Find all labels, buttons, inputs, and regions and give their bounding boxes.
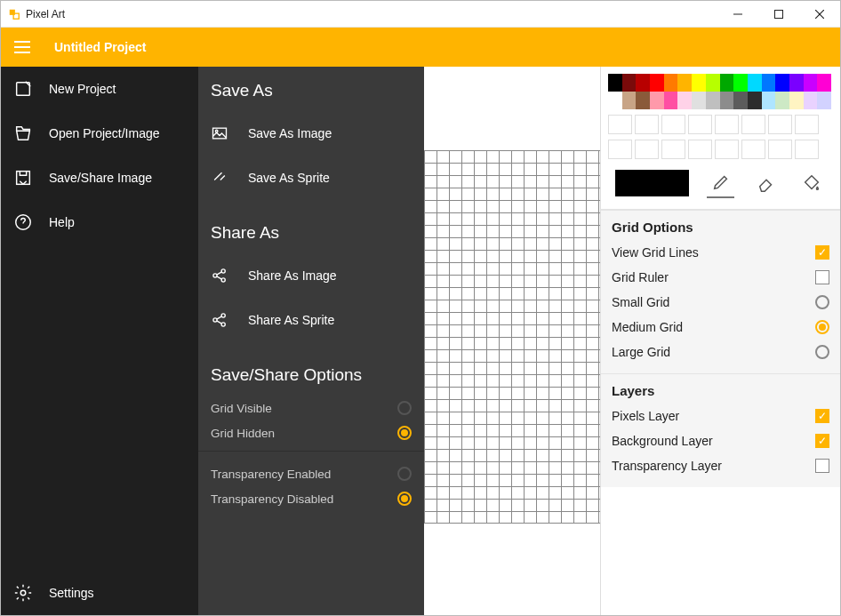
option-transparency-disabled[interactable]: Transparency Disabled xyxy=(198,486,424,511)
layer-transparency-layer[interactable]: Transparency Layer xyxy=(612,453,829,478)
hamburger-icon xyxy=(14,46,30,48)
palette-swatch[interactable] xyxy=(762,74,776,92)
view-grid-lines-toggle[interactable]: View Grid Lines ✓ xyxy=(612,240,829,265)
svg-point-11 xyxy=(215,130,218,132)
palette-swatch[interactable] xyxy=(636,92,650,109)
custom-swatch[interactable] xyxy=(715,115,739,134)
custom-swatch[interactable] xyxy=(661,115,685,134)
save-as-heading: Save As xyxy=(198,67,424,111)
palette-swatch[interactable] xyxy=(789,92,804,109)
palette-swatch[interactable] xyxy=(706,74,720,92)
palette-swatch[interactable] xyxy=(636,74,650,92)
save-as-image[interactable]: Save As Image xyxy=(198,111,424,156)
palette-swatch[interactable] xyxy=(664,74,678,92)
palette-swatch[interactable] xyxy=(650,74,664,92)
palette-swatch[interactable] xyxy=(608,92,622,109)
canvas-area[interactable] xyxy=(424,67,600,615)
sidebar-item-new-project[interactable]: New Project xyxy=(1,67,198,111)
share-icon xyxy=(211,311,228,329)
sidebar-item-label: New Project xyxy=(49,82,116,96)
palette-swatch[interactable] xyxy=(748,92,762,109)
custom-swatch[interactable] xyxy=(768,140,792,159)
menu-button[interactable] xyxy=(1,28,44,67)
palette-swatch[interactable] xyxy=(775,74,789,92)
custom-swatch[interactable] xyxy=(688,140,712,159)
layer-background-layer[interactable]: Background Layer✓ xyxy=(612,428,829,453)
pencil-tool[interactable] xyxy=(707,168,734,198)
save-as-sprite[interactable]: Save As Sprite xyxy=(198,156,424,200)
palette-swatch[interactable] xyxy=(664,92,678,109)
custom-swatch[interactable] xyxy=(795,115,819,134)
custom-swatch[interactable] xyxy=(635,115,659,134)
grid-options-section: Grid Options View Grid Lines ✓ Grid Rule… xyxy=(601,210,840,373)
palette-swatch[interactable] xyxy=(692,92,706,109)
palette-swatch[interactable] xyxy=(804,74,818,92)
custom-swatch[interactable] xyxy=(661,140,685,159)
palette-swatch[interactable] xyxy=(706,92,720,109)
palette-swatch[interactable] xyxy=(720,92,734,109)
grid-options-heading: Grid Options xyxy=(612,220,829,235)
palette-swatch[interactable] xyxy=(720,74,734,92)
sidebar-item-settings[interactable]: Settings xyxy=(1,571,198,615)
palette-swatch[interactable] xyxy=(748,74,762,92)
image-icon xyxy=(211,124,228,142)
grid-ruler-toggle[interactable]: Grid Ruler xyxy=(612,265,829,290)
palette-swatch[interactable] xyxy=(677,74,692,92)
palette-swatch[interactable] xyxy=(804,92,818,109)
palette-swatch[interactable] xyxy=(677,92,692,109)
layers-heading: Layers xyxy=(612,383,829,398)
grid-size-medium-grid[interactable]: Medium Grid xyxy=(612,315,829,340)
sidebar-item-help[interactable]: Help xyxy=(1,200,198,244)
palette-swatch[interactable] xyxy=(733,92,748,109)
palette-swatch[interactable] xyxy=(817,92,831,109)
share-as-heading: Share As xyxy=(198,209,424,253)
sidebar-item-label: Open Project/Image xyxy=(49,126,160,140)
custom-swatch[interactable] xyxy=(795,140,819,159)
layer-pixels-layer[interactable]: Pixels Layer✓ xyxy=(612,404,829,428)
custom-swatch[interactable] xyxy=(608,140,632,159)
option-transparency-enabled[interactable]: Transparency Enabled xyxy=(198,461,424,486)
app-icon xyxy=(8,8,20,20)
option-grid-visible[interactable]: Grid Visible xyxy=(198,396,424,420)
fill-tool[interactable] xyxy=(798,168,826,198)
sidebar-item-open-project[interactable]: Open Project/Image xyxy=(1,111,198,156)
grid-size-small-grid[interactable]: Small Grid xyxy=(612,290,829,315)
option-label: Transparency Enabled xyxy=(211,468,331,481)
checkbox-icon: ✓ xyxy=(815,434,829,448)
grid-size-large-grid[interactable]: Large Grid xyxy=(612,340,829,364)
option-label: Large Grid xyxy=(612,345,670,359)
palette-swatch[interactable] xyxy=(608,74,622,92)
sidebar-item-save-share[interactable]: Save/Share Image xyxy=(1,156,198,200)
option-grid-hidden[interactable]: Grid Hidden xyxy=(198,420,424,445)
current-color-swatch[interactable] xyxy=(615,170,689,196)
palette-swatch[interactable] xyxy=(622,74,637,92)
palette-swatch[interactable] xyxy=(789,74,804,92)
share-as-image[interactable]: Share As Image xyxy=(198,253,424,298)
option-label: Background Layer xyxy=(612,434,713,448)
pixel-grid[interactable] xyxy=(424,150,600,524)
custom-swatch[interactable] xyxy=(688,115,712,134)
share-as-sprite[interactable]: Share As Sprite xyxy=(198,298,424,342)
radio-icon xyxy=(815,320,829,334)
custom-swatch[interactable] xyxy=(768,115,792,134)
palette-swatch[interactable] xyxy=(817,74,831,92)
svg-point-9 xyxy=(20,590,26,596)
palette-swatch[interactable] xyxy=(733,74,748,92)
custom-swatch[interactable] xyxy=(715,140,739,159)
palette-swatch[interactable] xyxy=(692,74,706,92)
palette-swatch[interactable] xyxy=(762,92,776,109)
custom-swatch[interactable] xyxy=(741,140,765,159)
custom-swatch[interactable] xyxy=(608,115,632,134)
menu-item-label: Save As Sprite xyxy=(248,171,330,185)
checkbox-icon: ✓ xyxy=(815,245,829,260)
custom-swatch[interactable] xyxy=(635,140,659,159)
sidebar-item-label: Settings xyxy=(49,586,94,600)
maximize-button[interactable] xyxy=(758,1,799,28)
eraser-tool[interactable] xyxy=(752,168,780,198)
palette-swatch[interactable] xyxy=(650,92,664,109)
palette-swatch[interactable] xyxy=(622,92,637,109)
minimize-button[interactable] xyxy=(717,1,758,28)
custom-swatch[interactable] xyxy=(741,115,765,134)
close-button[interactable] xyxy=(799,1,840,28)
palette-swatch[interactable] xyxy=(775,92,789,109)
